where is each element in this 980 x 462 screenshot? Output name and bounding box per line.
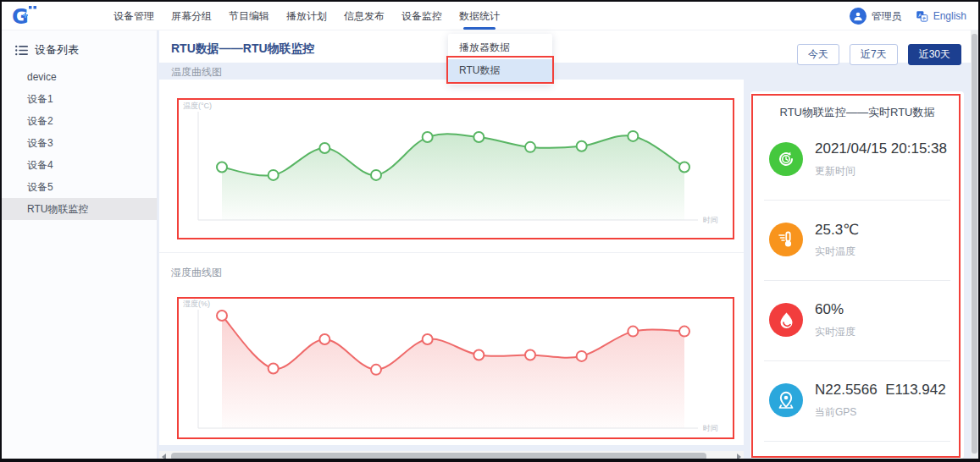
- list-icon: [15, 45, 28, 56]
- horizontal-scrollbar-thumb[interactable]: [171, 453, 706, 460]
- sidebar-item-设备2[interactable]: 设备2: [2, 110, 157, 132]
- realtime-rtu-panel-title: RTU物联监控——实时RTU数据: [750, 91, 964, 120]
- range-button-今天[interactable]: 今天: [797, 44, 839, 65]
- top-navbar: G 设备管理屏幕分组节目编辑播放计划信息发布设备监控数据统计 管理员 A: [2, 2, 978, 30]
- info-label: 实时温度: [815, 245, 855, 259]
- user-area: 管理员 A English: [850, 2, 966, 30]
- brand-logo-icon: G: [10, 4, 44, 28]
- sidebar-header-label: 设备列表: [35, 42, 79, 58]
- temperature-chart-title: 温度曲线图: [171, 65, 222, 80]
- info-value: 2021/04/15 20:15:38: [815, 140, 947, 157]
- vertical-scrollbar-thumb[interactable]: [972, 34, 977, 454]
- range-button-近30天[interactable]: 近30天: [908, 44, 961, 65]
- info-label: 实时湿度: [815, 325, 855, 339]
- sidebar-item-设备4[interactable]: 设备4: [2, 154, 157, 176]
- svg-text:温度(°C): 温度(°C): [183, 102, 212, 110]
- info-label: 更新时间: [815, 164, 855, 179]
- refresh-clock-icon: [769, 142, 803, 176]
- user-avatar[interactable]: [850, 8, 866, 25]
- sidebar-item-device[interactable]: device: [2, 66, 157, 88]
- nav-item-数据统计[interactable]: 数据统计: [451, 2, 508, 30]
- realtime-rtu-panel: RTU物联监控——实时RTU数据 2021/04/15 20:15:38更新时间…: [750, 91, 964, 459]
- scroll-left-arrow-icon[interactable]: [162, 454, 166, 460]
- dropdown-item-RTU数据[interactable]: RTU数据: [448, 59, 552, 82]
- main-menu: 设备管理屏幕分组节目编辑播放计划信息发布设备监控数据统计: [105, 2, 508, 30]
- info-value: 60%: [815, 301, 844, 318]
- vertical-scrollbar[interactable]: [971, 30, 978, 460]
- sidebar-item-RTU物联监控[interactable]: RTU物联监控: [2, 198, 157, 220]
- language-switch[interactable]: English: [933, 10, 966, 22]
- sidebar-item-设备1[interactable]: 设备1: [2, 88, 157, 110]
- svg-text:湿度(%): 湿度(%): [183, 300, 210, 308]
- sidebar-header: 设备列表: [2, 30, 157, 66]
- humidity-chart-title: 湿度曲线图: [171, 266, 222, 280]
- info-item-实时温度: 25.3℃实时温度: [764, 201, 950, 281]
- nav-item-设备监控[interactable]: 设备监控: [393, 2, 451, 30]
- info-item-当前GPS: N22.5566 E113.942当前GPS: [764, 361, 950, 442]
- info-item-实时湿度: 60%实时湿度: [764, 281, 950, 361]
- humidity-line-chart: 湿度(%)时间: [180, 296, 732, 440]
- page-title: RTU数据——RTU物联监控: [171, 41, 315, 57]
- nav-item-节目编辑[interactable]: 节目编辑: [220, 2, 278, 30]
- section-divider: [159, 252, 744, 253]
- device-sidebar: 设备列表 device设备1设备2设备3设备4设备5RTU物联监控: [2, 30, 158, 462]
- nav-item-播放计划[interactable]: 播放计划: [278, 2, 335, 30]
- info-label: 当前GPS: [815, 405, 856, 420]
- dropdown-item-播放器数据[interactable]: 播放器数据: [448, 36, 552, 59]
- range-button-近7天[interactable]: 近7天: [850, 44, 898, 65]
- thermometer-icon: [769, 223, 803, 256]
- temperature-line-chart: 温度(°C)时间: [180, 98, 732, 239]
- sidebar-item-设备3[interactable]: 设备3: [2, 132, 157, 154]
- scroll-right-arrow-icon[interactable]: [737, 454, 741, 460]
- svg-text:时间: 时间: [703, 424, 718, 432]
- info-value: N22.5566 E113.942: [815, 382, 946, 399]
- horizontal-scrollbar[interactable]: [159, 451, 744, 462]
- user-name[interactable]: 管理员: [872, 9, 902, 24]
- nav-item-设备管理[interactable]: 设备管理: [105, 2, 163, 30]
- app-window: G 设备管理屏幕分组节目编辑播放计划信息发布设备监控数据统计 管理员 A: [0, 0, 980, 462]
- info-value: 25.3℃: [815, 221, 859, 239]
- translate-icon[interactable]: A: [916, 10, 928, 23]
- info-item-更新时间: 2021/04/15 20:15:38更新时间: [764, 120, 950, 201]
- humidity-drop-icon: [769, 303, 803, 337]
- svg-text:时间: 时间: [703, 216, 718, 224]
- date-range-buttons: 今天近7天近30天: [797, 44, 961, 65]
- sidebar-item-设备5[interactable]: 设备5: [2, 176, 157, 198]
- statistics-dropdown-menu: 播放器数据RTU数据: [448, 34, 552, 85]
- gps-pin-icon: [769, 383, 803, 417]
- nav-item-屏幕分组[interactable]: 屏幕分组: [163, 2, 220, 30]
- nav-item-信息发布[interactable]: 信息发布: [335, 2, 393, 30]
